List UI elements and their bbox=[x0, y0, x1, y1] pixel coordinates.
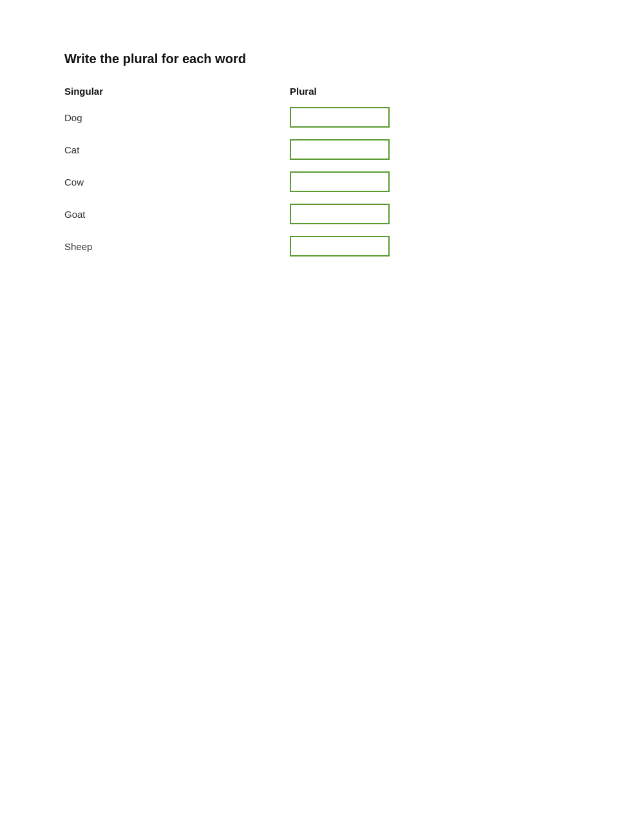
plural-input-goat[interactable] bbox=[290, 204, 390, 224]
plural-input-cat[interactable] bbox=[290, 139, 390, 160]
plural-input-sheep[interactable] bbox=[290, 236, 390, 256]
table-row: Cow bbox=[64, 171, 393, 192]
table-row: Sheep bbox=[64, 236, 393, 256]
singular-column-header: Singular bbox=[64, 86, 206, 97]
page-title: Write the plural for each word bbox=[64, 52, 580, 66]
exercise-table: Singular Plural Dog Cat Cow Goat Sheep bbox=[64, 86, 393, 268]
singular-word-cow: Cow bbox=[64, 177, 206, 188]
table-row: Dog bbox=[64, 107, 393, 128]
plural-input-cow[interactable] bbox=[290, 171, 390, 192]
singular-word-sheep: Sheep bbox=[64, 241, 206, 252]
table-header-row: Singular Plural bbox=[64, 86, 393, 97]
singular-word-cat: Cat bbox=[64, 144, 206, 155]
page-container: Write the plural for each word Singular … bbox=[0, 0, 644, 320]
plural-input-dog[interactable] bbox=[290, 107, 390, 128]
table-row: Goat bbox=[64, 204, 393, 224]
singular-word-goat: Goat bbox=[64, 209, 206, 220]
plural-column-header: Plural bbox=[290, 86, 393, 97]
singular-word-dog: Dog bbox=[64, 112, 206, 123]
table-row: Cat bbox=[64, 139, 393, 160]
